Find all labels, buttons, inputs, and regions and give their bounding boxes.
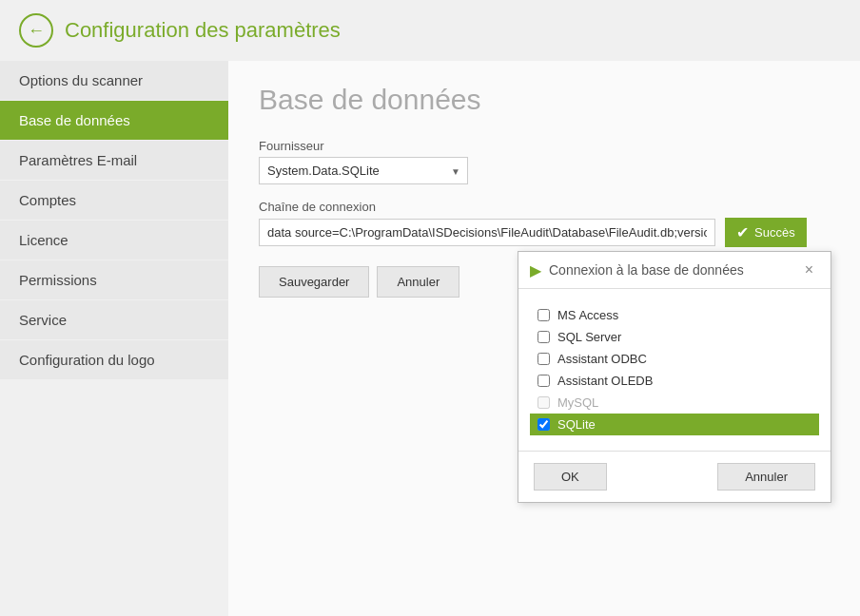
ms-access-label: MS Access (557, 308, 618, 322)
info-icon: ▶ (530, 261, 541, 279)
checkbox-sqlite[interactable] (538, 418, 550, 431)
header: ← Configuration des paramètres (0, 0, 860, 61)
option-mysql: MySQL (534, 392, 815, 414)
sql-server-label: SQL Server (557, 330, 621, 344)
modal-overlay: ▶ Connexion à la base de données × MS Ac… (228, 61, 860, 616)
sidebar-item-database[interactable]: Base de données (0, 101, 228, 140)
main-panel: Base de données Fournisseur System.Data.… (228, 61, 860, 616)
sidebar: Options du scanner Base de données Param… (0, 61, 228, 616)
sidebar-item-email[interactable]: Paramètres E-mail (0, 141, 228, 180)
sidebar-item-permissions[interactable]: Permissions (0, 260, 228, 299)
option-ms-access[interactable]: MS Access (534, 304, 815, 326)
modal-header: ▶ Connexion à la base de données × (518, 252, 831, 289)
checkbox-mysql (538, 396, 550, 409)
option-sql-server[interactable]: SQL Server (534, 326, 815, 348)
modal-footer: OK Annuler (518, 451, 831, 502)
option-sqlite[interactable]: SQLite (530, 414, 819, 435)
sidebar-item-license[interactable]: Licence (0, 221, 228, 260)
modal-body: MS Access SQL Server Assistant ODBC Assi… (518, 289, 831, 451)
odbc-label: Assistant ODBC (557, 352, 647, 366)
content-area: Options du scanner Base de données Param… (0, 61, 860, 616)
checkbox-odbc[interactable] (538, 353, 550, 365)
modal-title: Connexion à la base de données (549, 262, 744, 278)
connection-modal: ▶ Connexion à la base de données × MS Ac… (518, 251, 831, 503)
sidebar-item-service[interactable]: Service (0, 300, 228, 339)
modal-ok-button[interactable]: OK (534, 463, 607, 491)
modal-title-row: ▶ Connexion à la base de données (530, 261, 744, 279)
checkbox-sql-server[interactable] (538, 331, 550, 343)
option-oledb[interactable]: Assistant OLEDB (534, 370, 815, 392)
sidebar-item-accounts[interactable]: Comptes (0, 181, 228, 220)
page-title: Configuration des paramètres (65, 18, 341, 43)
sqlite-label: SQLite (557, 417, 596, 432)
oledb-label: Assistant OLEDB (557, 374, 653, 388)
sidebar-item-logo[interactable]: Configuration du logo (0, 340, 228, 379)
checkbox-oledb[interactable] (538, 375, 550, 387)
option-odbc[interactable]: Assistant ODBC (534, 348, 815, 370)
back-button[interactable]: ← (19, 13, 53, 48)
modal-close-button[interactable]: × (799, 260, 819, 280)
modal-cancel-button[interactable]: Annuler (717, 463, 815, 491)
checkbox-ms-access[interactable] (538, 309, 550, 321)
sidebar-item-scanner[interactable]: Options du scanner (0, 61, 228, 100)
mysql-label: MySQL (557, 395, 598, 410)
